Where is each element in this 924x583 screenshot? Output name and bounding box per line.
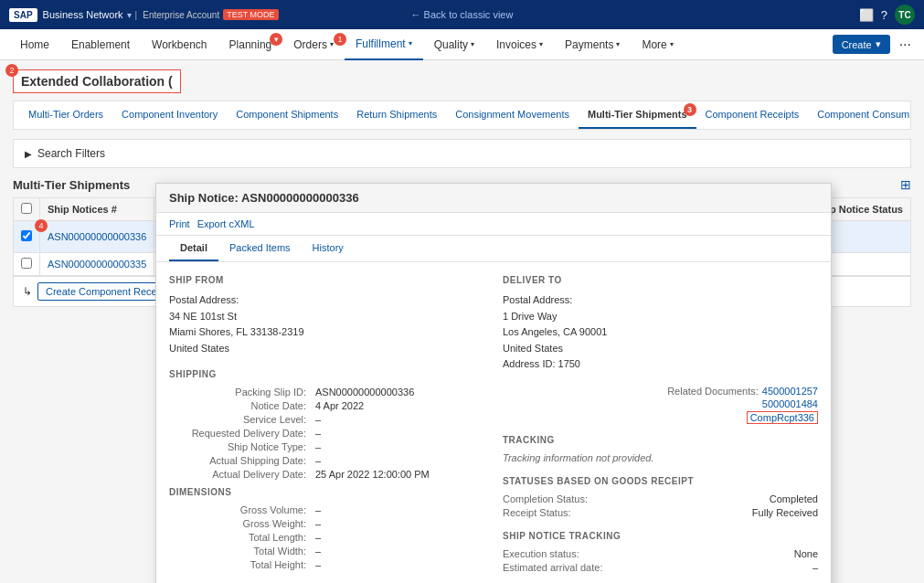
chevron-down-icon[interactable]: ▾ xyxy=(127,10,132,20)
tab-component-consumption[interactable]: Component Consumption xyxy=(808,101,911,129)
nav-orders[interactable]: Orders 1 ▾ xyxy=(282,29,345,60)
deliver-to-postal-label: Postal Address: xyxy=(503,292,818,309)
tabs-bar: Multi-Tier Orders Component Inventory Co… xyxy=(13,101,911,130)
deliver-to-section-title: DELIVER TO xyxy=(503,275,818,285)
section-title: Multi-Tier Shipments xyxy=(13,178,130,192)
ship-from-postal-label: Postal Address: xyxy=(169,292,484,309)
tab-multi-tier-shipments[interactable]: 3 Multi-Tier Shipments xyxy=(579,101,696,129)
row2-asn-link[interactable]: ASN00000000000335 xyxy=(48,259,146,270)
page-title: Extended Collaboration ( xyxy=(13,69,181,93)
separator: | xyxy=(135,10,138,20)
tab-component-shipments[interactable]: Component Shipments xyxy=(227,101,347,129)
ship-from-section-title: SHIP FROM xyxy=(169,275,484,285)
top-navigation: SAP Business Network ▾ | Enterprise Acco… xyxy=(0,0,924,29)
detail-body: SHIP FROM Postal Address: 34 NE 101st St… xyxy=(156,262,831,316)
detail-left-column: SHIP FROM Postal Address: 34 NE 101st St… xyxy=(169,275,484,316)
tab-return-shipments[interactable]: Return Shipments xyxy=(347,101,446,129)
grid-icon[interactable]: ⊞ xyxy=(900,177,911,192)
deliver-to-line1: 1 Drive Way xyxy=(503,309,818,316)
select-all-header xyxy=(14,198,40,221)
tab-3-badge: 3 xyxy=(684,103,696,116)
account-type: Enterprise Account xyxy=(143,10,219,20)
tab-component-receipts[interactable]: Component Receipts xyxy=(696,101,809,129)
more-options-button[interactable]: ··· xyxy=(896,37,915,53)
nav-workbench[interactable]: Workbench xyxy=(141,29,218,60)
help-icon[interactable]: ? xyxy=(881,8,887,22)
print-link[interactable]: Print xyxy=(169,218,190,229)
nav-quality[interactable]: Quality ▾ xyxy=(423,29,485,60)
tab-consignment-movements[interactable]: Consignment Movements xyxy=(446,101,579,129)
search-filters-label: Search Filters xyxy=(37,147,105,160)
nav-planning[interactable]: Planning ▾ xyxy=(218,29,283,60)
row2-checkbox[interactable] xyxy=(21,258,32,269)
planning-badge: ▾ xyxy=(270,33,282,46)
detail-right-column: DELIVER TO Postal Address: 1 Drive Way L… xyxy=(503,275,818,316)
tab-multi-tier-orders[interactable]: Multi-Tier Orders xyxy=(19,101,112,129)
indent-icon: ↳ xyxy=(23,285,32,298)
nav-invoices[interactable]: Invoices ▾ xyxy=(485,29,554,60)
back-to-classic-link[interactable]: ← Back to classic view xyxy=(411,9,514,20)
nav-more[interactable]: More ▾ xyxy=(631,29,684,60)
row1-shipnotice: 4 ASN00000000000336 xyxy=(40,221,154,253)
secondary-navigation: Home Enablement Workbench Planning ▾ Ord… xyxy=(0,29,924,60)
ship-from-line1: 34 NE 101st St xyxy=(169,309,484,316)
ship-from-address: Postal Address: 34 NE 101st St Miami Sho… xyxy=(169,292,484,316)
tab-component-inventory[interactable]: Component Inventory xyxy=(112,101,227,129)
deliver-to-address: Postal Address: 1 Drive Way Los Angeles,… xyxy=(503,292,818,316)
detail-actions-bar: Print Export cXML xyxy=(156,213,831,236)
quality-chevron: ▾ xyxy=(471,40,474,48)
expand-icon[interactable]: ▶ xyxy=(25,149,32,159)
badge-2: 2 xyxy=(5,64,18,77)
row1-badge: 4 xyxy=(35,219,48,232)
invoices-chevron: ▾ xyxy=(539,40,543,48)
more-chevron: ▾ xyxy=(670,40,674,48)
detail-panel-title: Ship Notice: ASN00000000000336 xyxy=(156,184,831,213)
nav-enablement[interactable]: Enablement xyxy=(60,29,141,60)
page-title-area: 2 Extended Collaboration ( xyxy=(13,69,181,93)
sap-logo: SAP xyxy=(9,8,37,22)
sec-nav-right: Create ▾ ··· xyxy=(833,35,915,54)
row1-checkbox[interactable] xyxy=(21,230,32,241)
detail-panel: Ship Notice: ASN00000000000336 Print Exp… xyxy=(155,183,832,316)
create-chevron: ▾ xyxy=(876,38,881,50)
select-all-checkbox[interactable] xyxy=(21,203,32,214)
search-filters-bar: ▶ Search Filters xyxy=(13,139,911,168)
orders-chevron: ▾ xyxy=(330,40,334,48)
payments-chevron: ▾ xyxy=(616,40,620,48)
fulfillment-chevron: ▾ xyxy=(409,39,412,48)
detail-tab-detail[interactable]: Detail xyxy=(169,236,218,261)
user-avatar[interactable]: TC xyxy=(895,5,915,25)
test-mode-badge: TEST MODE xyxy=(223,9,278,20)
nav-home[interactable]: Home xyxy=(9,29,60,60)
detail-tabs: Detail Packed Items History xyxy=(156,236,831,262)
export-cxml-link[interactable]: Export cXML xyxy=(197,218,255,229)
create-button[interactable]: Create ▾ xyxy=(833,35,890,54)
row2-checkbox-cell xyxy=(14,253,40,276)
nav-payments[interactable]: Payments ▾ xyxy=(554,29,631,60)
detail-tab-history[interactable]: History xyxy=(302,236,355,261)
monitor-icon[interactable]: ⬜ xyxy=(859,8,874,22)
nav-fulfillment[interactable]: Fulfillment ▾ xyxy=(345,29,423,60)
brand-name: Business Network xyxy=(43,9,123,20)
row2-shipnotice: ASN00000000000335 xyxy=(40,253,154,276)
row1-asn-link[interactable]: ASN00000000000336 xyxy=(48,231,146,242)
top-nav-right: ⬜ ? TC xyxy=(859,5,915,25)
col-ship-notices: Ship Notices # xyxy=(40,198,154,221)
detail-tab-packed-items[interactable]: Packed Items xyxy=(218,236,302,261)
